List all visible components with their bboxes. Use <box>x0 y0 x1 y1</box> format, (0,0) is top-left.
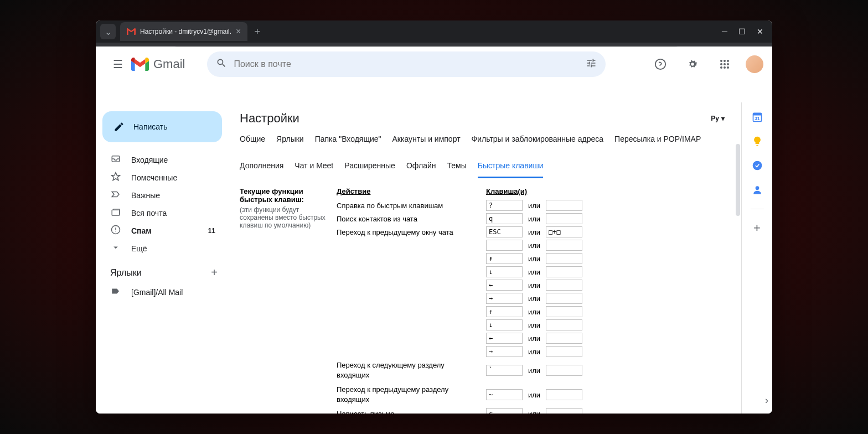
account-avatar[interactable] <box>746 67 763 73</box>
keep-icon[interactable] <box>752 136 763 147</box>
close-tab-icon[interactable]: × <box>236 27 241 37</box>
window-controls: ─ ☐ ✕ <box>722 27 772 36</box>
shortcut-action <box>337 305 475 318</box>
help-icon[interactable] <box>649 67 671 75</box>
settings-icon[interactable] <box>681 67 704 75</box>
settings-tab[interactable]: Пересылка и POP/IMAP <box>614 135 701 150</box>
spam-icon <box>110 225 121 237</box>
settings-tab[interactable]: Расширенные <box>344 161 395 178</box>
search-icon[interactable] <box>216 67 227 71</box>
gmail-logo-icon <box>131 67 149 71</box>
shortcut-key-secondary[interactable] <box>546 280 582 291</box>
shortcut-key-primary[interactable] <box>486 293 523 304</box>
allmail-icon <box>110 207 121 219</box>
add-label-button[interactable]: + <box>211 266 218 279</box>
shortcut-key-secondary[interactable] <box>546 346 582 357</box>
shortcut-action: Поиск контактов из чата <box>337 212 475 225</box>
shortcut-key-primary[interactable] <box>486 240 523 251</box>
shortcut-key-secondary[interactable] <box>546 293 582 304</box>
shortcut-key-secondary[interactable] <box>546 240 582 251</box>
shortcut-key-secondary[interactable] <box>546 319 582 330</box>
shortcut-key-secondary[interactable] <box>546 253 582 264</box>
sidebar-item-more[interactable]: Ещё <box>96 240 222 257</box>
search-options-icon[interactable] <box>586 67 597 71</box>
apps-icon[interactable] <box>714 67 736 75</box>
shortcut-key-primary[interactable] <box>486 280 523 291</box>
settings-tab[interactable]: Ярлыки <box>276 135 304 150</box>
shortcut-key-secondary[interactable] <box>546 266 582 277</box>
minimize-button[interactable]: ─ <box>722 27 727 36</box>
scrollbar[interactable] <box>736 144 740 216</box>
svg-rect-14 <box>753 113 761 115</box>
expand-panel-icon[interactable]: › <box>765 395 768 406</box>
shortcuts-subtext: (эти функции будут сохранены вместо быст… <box>240 206 326 229</box>
shortcut-key-primary[interactable] <box>486 226 523 237</box>
shortcut-key-primary[interactable] <box>486 266 523 277</box>
svg-text:31: 31 <box>755 116 760 121</box>
compose-label: Написать <box>133 122 167 131</box>
maximize-button[interactable]: ☐ <box>738 27 746 36</box>
shortcut-action: Написать письмо <box>337 407 475 414</box>
settings-tab[interactable]: Чат и Meet <box>294 161 333 178</box>
tab-search-button[interactable]: ⌄ <box>100 24 116 39</box>
settings-tab[interactable]: Общие <box>240 135 265 150</box>
shortcut-keys-row: или <box>486 252 582 265</box>
shortcut-keys-row: или <box>486 383 582 407</box>
shortcut-key-secondary[interactable] <box>546 226 582 237</box>
sidebar-item-inbox[interactable]: Входящие <box>96 151 222 169</box>
shortcut-action <box>337 239 475 252</box>
sidebar-item-important[interactable]: Важные <box>96 187 222 204</box>
shortcut-action: Переход к предыдущему окну чата <box>337 225 475 239</box>
shortcut-key-primary[interactable] <box>486 213 523 224</box>
svg-point-17 <box>755 186 759 190</box>
tab-title: Настройки - dmitrycv1@gmail. <box>140 28 231 35</box>
shortcut-key-secondary[interactable] <box>546 213 582 224</box>
settings-tab[interactable]: Папка "Входящие" <box>315 135 381 150</box>
shortcut-key-secondary[interactable] <box>546 306 582 317</box>
add-panel-button[interactable]: + <box>752 223 763 234</box>
shortcut-action: Переход к следующему разделу входящих <box>337 358 475 383</box>
search-bar[interactable] <box>207 67 606 77</box>
language-selector[interactable]: Ру ▾ <box>711 115 725 122</box>
shortcut-key-secondary[interactable] <box>546 333 582 344</box>
gmail-logo[interactable]: Gmail <box>131 67 185 71</box>
shortcut-key-secondary[interactable] <box>546 389 582 400</box>
settings-tab[interactable]: Фильтры и заблокированные адреса <box>472 135 604 150</box>
contacts-icon[interactable] <box>752 184 763 195</box>
calendar-icon[interactable]: 31 <box>752 111 763 122</box>
compose-button[interactable]: Написать <box>102 111 222 142</box>
hamburger-menu-icon[interactable]: ☰ <box>105 67 131 78</box>
settings-tab[interactable]: Аккаунты и импорт <box>392 135 461 150</box>
shortcut-action <box>337 265 475 278</box>
new-tab-button[interactable]: + <box>254 26 260 38</box>
shortcuts-heading: Текущие функции быстрых клавиш: <box>240 187 326 204</box>
action-column-header: Действие <box>337 187 475 195</box>
shortcut-key-primary[interactable] <box>486 319 523 330</box>
settings-tab[interactable]: Офлайн <box>406 161 436 178</box>
tasks-icon[interactable] <box>752 160 763 171</box>
settings-tab[interactable]: Дополнения <box>240 161 283 178</box>
shortcut-key-primary[interactable] <box>486 389 523 400</box>
search-input[interactable] <box>234 67 579 69</box>
gmail-logo-text: Gmail <box>153 67 185 71</box>
sidebar-item-star[interactable]: Помеченные <box>96 169 222 187</box>
shortcut-key-secondary[interactable] <box>546 408 582 414</box>
shortcut-key-primary[interactable] <box>486 408 523 414</box>
sidebar-item-spam[interactable]: Спам11 <box>96 222 222 240</box>
browser-tab[interactable]: Настройки - dmitrycv1@gmail. × <box>120 22 247 41</box>
sidebar: Написать ВходящиеПомеченныеВажныеВся поч… <box>96 102 229 414</box>
settings-tab[interactable]: Темы <box>447 161 466 178</box>
close-window-button[interactable]: ✕ <box>757 27 763 36</box>
shortcut-key-primary[interactable] <box>486 253 523 264</box>
inbox-icon <box>110 154 121 166</box>
shortcut-key-primary[interactable] <box>486 333 523 344</box>
shortcut-key-primary[interactable] <box>486 365 523 376</box>
shortcut-key-primary[interactable] <box>486 200 523 211</box>
shortcut-key-secondary[interactable] <box>546 200 582 211</box>
sidebar-item-allmail[interactable]: Вся почта <box>96 204 222 222</box>
shortcut-key-primary[interactable] <box>486 306 523 317</box>
settings-tab[interactable]: Быстрые клавиши <box>478 161 544 178</box>
label-item[interactable]: [Gmail]/All Mail <box>96 283 222 301</box>
shortcut-key-primary[interactable] <box>486 346 523 357</box>
shortcut-key-secondary[interactable] <box>546 365 582 376</box>
